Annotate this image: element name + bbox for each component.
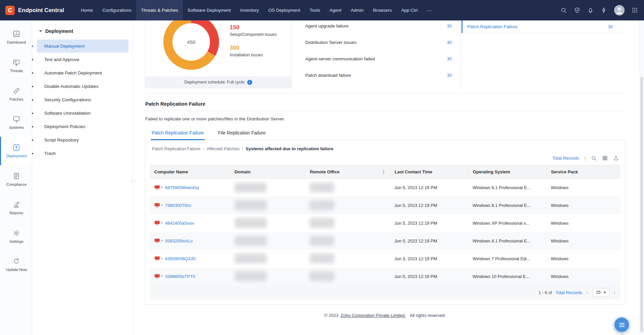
tab-patch-replication-failure[interactable]: Patch Replication Failure: [151, 130, 205, 140]
computer-name-link[interactable]: 43509006Q3JD: [165, 256, 196, 261]
failure-count[interactable]: 30: [447, 56, 452, 61]
nav-item-inventory[interactable]: Inventory: [235, 0, 264, 20]
search-icon[interactable]: [560, 7, 567, 13]
table-row[interactable]: 4842400aSvov Jun 5, 2023 12:19 PM Window…: [150, 214, 621, 232]
pagination-total-records-link[interactable]: Total Records: [555, 290, 582, 295]
export-icon[interactable]: [613, 155, 619, 161]
column-header-last-contact-time[interactable]: Last Contact Time: [390, 165, 468, 179]
rail-item-reports[interactable]: Reports: [0, 194, 32, 222]
failure-count[interactable]: 30: [447, 40, 452, 45]
nav-item-configurations[interactable]: Configurations: [98, 0, 136, 20]
table-row[interactable]: 3396600oTPT0 Jun 5, 2023 12:19 PM Window…: [150, 268, 621, 285]
failure-count[interactable]: 30: [447, 23, 452, 29]
nav-item-agent[interactable]: Agent: [325, 0, 346, 20]
column-chooser-grid-icon[interactable]: [602, 155, 608, 161]
rail-item-threats[interactable]: Threats: [0, 52, 32, 80]
menu-item-automate-patch-deployment[interactable]: Automate Patch Deployment: [37, 66, 128, 79]
page-size-select[interactable]: 25: [593, 288, 609, 297]
table-row[interactable]: 73803007ifzo Jun 5, 2023 12:19 PM Window…: [150, 197, 621, 214]
deployment-status-donut-chart[interactable]: 450: [163, 20, 219, 70]
menu-item-software-uninstallation[interactable]: Software Uninstallation: [37, 107, 128, 120]
failure-type-patch-download-failure[interactable]: Patch download failure 30: [305, 71, 452, 88]
column-header-operating-system[interactable]: Operating System: [468, 165, 546, 179]
notifications-bell-icon[interactable]: [587, 7, 594, 13]
rail-item-dashboard[interactable]: Dashboard: [0, 23, 32, 52]
floating-menu-button[interactable]: [614, 317, 630, 333]
nav-item-threats-patches[interactable]: Threats & Patches: [136, 0, 183, 20]
security-shield-icon[interactable]: [574, 7, 580, 13]
scrollbar-thumb[interactable]: [640, 77, 643, 332]
column-header-remote-office[interactable]: Remote Office: [305, 165, 390, 179]
computer-name-link[interactable]: 6875900WwmGq: [165, 185, 199, 190]
computer-icon[interactable]: [154, 256, 163, 261]
total-records-link[interactable]: Total Records: [552, 156, 579, 161]
column-header-domain[interactable]: Domain: [230, 165, 305, 179]
failure-count[interactable]: 30: [447, 73, 452, 78]
menu-item-label: Script Repository: [44, 137, 79, 143]
rail-item-patches[interactable]: Patches: [0, 80, 32, 109]
zoho-corporation-link[interactable]: Zoho Corporation Private Limited.: [341, 313, 406, 318]
failure-type-distribution-server-issues[interactable]: Distribution Server issues 30: [305, 38, 452, 55]
column-header-computer-name[interactable]: Computer Name: [150, 165, 230, 179]
computer-name-link[interactable]: 4842400aSvov: [165, 221, 194, 226]
search-icon[interactable]: [591, 155, 597, 161]
breadcrumb-separator: ›: [242, 146, 243, 151]
rail-item-settings[interactable]: Settings: [0, 222, 32, 251]
previous-page-icon[interactable]: ‹: [585, 289, 589, 295]
legend-item-installation-issues[interactable]: 300 Installation issues: [230, 45, 277, 58]
rail-item-compliance[interactable]: Compliance: [0, 165, 32, 194]
computer-icon[interactable]: [154, 221, 163, 225]
failure-type-agent-server-communication-failed[interactable]: Agent-server communication failed 30: [305, 55, 452, 71]
rail-item-systems[interactable]: Systems: [0, 108, 32, 137]
tab-file-replication-failure[interactable]: File Replication Failure: [217, 130, 266, 140]
computer-name-link[interactable]: 3396600oTPT0: [165, 274, 195, 279]
failure-type-patch-replication-failure[interactable]: Patch Replication Failure 30: [462, 20, 625, 33]
menu-item-deployment-policies[interactable]: Deployment Policies: [37, 120, 128, 133]
menu-item-security-configurations[interactable]: Security Configurations: [37, 93, 128, 106]
nav-item-more[interactable]: ⋯: [422, 0, 436, 20]
apps-grid-icon[interactable]: [632, 7, 638, 13]
rail-item-update-now[interactable]: Update Now: [0, 250, 32, 279]
nav-item-browsers[interactable]: Browsers: [368, 0, 396, 20]
info-icon[interactable]: i: [247, 80, 252, 85]
nav-item-tools[interactable]: Tools: [305, 0, 325, 20]
menu-item-trash[interactable]: Trash: [37, 147, 128, 160]
table-row[interactable]: 6875900WwmGq Jun 5, 2023 12:19 PM Window…: [150, 179, 621, 197]
menu-item-test-and-approve[interactable]: Test and Approve: [37, 53, 128, 66]
sort-icon[interactable]: [382, 169, 385, 174]
failure-type-agent-upgrade-failure[interactable]: Agent upgrade failure 30: [305, 22, 452, 38]
table-row[interactable]: 43509006Q3JD Jun 5, 2023 12:19 PM Window…: [150, 250, 621, 268]
breadcrumb-item-affected-patches[interactable]: Affected Patches: [207, 146, 239, 151]
breadcrumb-item-patch-replication-failure[interactable]: Patch Replication Failure: [152, 146, 201, 151]
computer-icon[interactable]: [154, 203, 163, 208]
settings-icon: [13, 229, 20, 237]
lightning-icon[interactable]: [601, 7, 607, 13]
failure-count[interactable]: 30: [608, 24, 613, 29]
sidebar-resize-grip[interactable]: ⋮⋮: [131, 175, 135, 187]
legend-item-setup-component-issues[interactable]: 150 Setup/Component issues: [230, 24, 277, 37]
nav-item-os-deployment[interactable]: OS Deployment: [264, 0, 305, 20]
computer-name-cell: 3396600oTPT0: [154, 274, 225, 279]
nav-item-software-deployment[interactable]: Software Deployment: [183, 0, 235, 20]
nav-item-label: Configurations: [102, 8, 131, 13]
menu-item-disable-automatic-updates[interactable]: Disable Automatic Updates: [37, 80, 128, 93]
menu-item-script-repository[interactable]: Script Repository: [37, 133, 128, 147]
column-header-service-pack[interactable]: Service Pack: [546, 165, 621, 179]
user-avatar[interactable]: [614, 5, 625, 15]
rail-item-deployment[interactable]: Deployment: [0, 137, 32, 165]
computer-icon[interactable]: [154, 185, 163, 190]
remote-office-value-redacted: [310, 200, 334, 210]
sidebar-section-deployment[interactable]: Deployment: [32, 26, 132, 39]
next-page-icon[interactable]: ›: [613, 289, 616, 295]
computer-icon[interactable]: [154, 274, 163, 279]
nav-item-admin[interactable]: Admin: [346, 0, 368, 20]
nav-item-home[interactable]: Home: [76, 0, 98, 20]
computer-name-link[interactable]: 73803007ifzo: [165, 203, 191, 208]
computer-name-link[interactable]: 0583200ivALv: [165, 238, 193, 243]
nav-item-app-ctrl[interactable]: App Ctrl: [396, 0, 422, 20]
table-row[interactable]: 0583200ivALv Jun 5, 2023 12:19 PM Window…: [150, 232, 621, 250]
page-scrollbar[interactable]: [639, 20, 644, 335]
menu-item-manual-deployment[interactable]: Manual Deployment: [37, 40, 128, 53]
computer-icon[interactable]: [154, 238, 163, 243]
brand[interactable]: Endpoint Central: [5, 0, 64, 20]
